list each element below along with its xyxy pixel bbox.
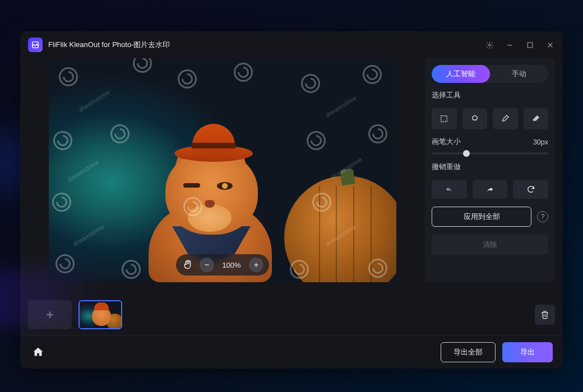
zoom-out-button[interactable] [200,258,214,272]
export-button[interactable]: 导出 [502,342,553,362]
undo-row [432,180,548,199]
footer: 导出全部 导出 [20,335,563,368]
watermark-icon [183,197,202,216]
svg-rect-9 [441,116,447,122]
watermark-icon [363,65,382,84]
close-icon[interactable] [545,40,555,50]
svg-point-1 [488,44,491,46]
watermark-icon [122,260,141,279]
watermark-icon [53,131,72,150]
watermark-icon [290,260,309,279]
watermark-icon [312,193,331,212]
tool-lasso[interactable] [462,108,488,129]
zoom-in-button[interactable] [249,258,263,272]
select-tool-label: 选择工具 [432,91,548,100]
brush-size-value: 30px [533,138,548,146]
minimize-icon[interactable] [505,40,515,50]
thumbnail-bar: + [20,295,563,335]
home-icon[interactable] [30,344,46,360]
hand-icon[interactable] [182,259,194,271]
brush-size-slider[interactable] [432,152,548,155]
tool-brush[interactable] [493,108,518,129]
watermark-icon [368,259,387,278]
tool-row [432,108,548,129]
watermark-icon [55,254,75,273]
window-buttons [484,40,555,50]
clear-button[interactable]: 清除 [432,235,548,255]
tool-marquee[interactable] [432,108,457,129]
export-all-button[interactable]: 导出全部 [441,342,496,362]
undo-button[interactable] [432,180,467,199]
brush-size-label: 画笔大小 [432,137,461,147]
watermark-icon [52,193,71,212]
mode-tabs: 人工智能 手动 [432,65,548,83]
tab-ai[interactable]: 人工智能 [432,65,490,83]
svg-rect-3 [528,43,533,48]
zoom-value: 100% [220,261,243,269]
zoom-toolbar: 100% [176,254,269,276]
tool-eraser[interactable] [524,108,549,129]
watermark-icon [59,67,78,86]
brush-size-row: 画笔大小 30px [432,137,548,147]
titlebar: FliFlik KleanOut for Photo-图片去水印 [20,31,563,58]
watermark-icon [178,69,197,88]
watermark-icon [234,63,253,82]
slider-thumb[interactable] [463,150,470,157]
apply-all-button[interactable]: 应用到全部 [432,207,531,227]
watermark-icon [110,124,129,143]
watermark-icon [307,131,326,150]
gear-icon[interactable] [484,40,494,50]
watermark-icon [301,74,320,93]
tab-manual[interactable]: 手动 [490,65,548,83]
app-window: FliFlik KleanOut for Photo-图片去水印 [20,31,563,368]
app-icon [28,38,43,52]
app-title: FliFlik KleanOut for Photo-图片去水印 [48,40,479,50]
canvas-column: dreamstime dreamstime dreamstime dreamst… [28,58,417,295]
side-panel: 人工智能 手动 选择工具 画笔大小 30px 撤销重做 [425,58,555,282]
add-image-button[interactable]: + [28,300,72,329]
thumbnail-1[interactable] [78,300,122,329]
apply-row: 应用到全部 ? [432,207,548,227]
watermark-icon [368,124,387,143]
main-area: dreamstime dreamstime dreamstime dreamst… [20,58,563,295]
reset-button[interactable] [513,180,548,199]
image-canvas[interactable]: dreamstime dreamstime dreamstime dreamst… [49,58,396,282]
delete-button[interactable] [535,305,555,325]
help-icon[interactable]: ? [537,211,548,222]
redo-button[interactable] [473,180,508,199]
canvas-area: dreamstime dreamstime dreamstime dreamst… [28,58,417,295]
maximize-icon[interactable] [525,40,535,50]
undo-redo-label: 撤销重做 [432,162,548,172]
